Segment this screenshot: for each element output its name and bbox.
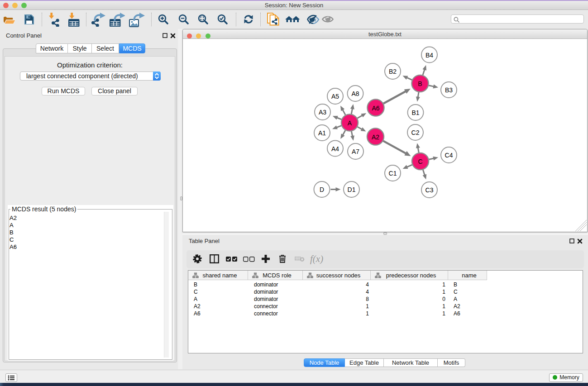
svg-text:A5: A5 xyxy=(331,93,339,100)
svg-text:C4: C4 xyxy=(445,152,453,159)
svg-text:A1: A1 xyxy=(318,129,326,137)
svg-text:B4: B4 xyxy=(425,52,433,59)
svg-text:B1: B1 xyxy=(411,109,419,116)
svg-text:A6: A6 xyxy=(372,105,379,112)
svg-text:D1: D1 xyxy=(348,186,356,193)
svg-text:A8: A8 xyxy=(351,90,359,97)
svg-text:C1: C1 xyxy=(389,170,397,177)
svg-text:A4: A4 xyxy=(331,145,339,152)
svg-text:C: C xyxy=(418,158,422,165)
svg-text:A3: A3 xyxy=(319,109,326,116)
svg-text:B2: B2 xyxy=(389,68,397,75)
svg-text:A2: A2 xyxy=(372,133,379,141)
svg-text:C2: C2 xyxy=(411,129,420,136)
svg-text:A7: A7 xyxy=(352,148,359,155)
svg-text:B3: B3 xyxy=(445,86,453,94)
svg-text:C3: C3 xyxy=(425,186,434,194)
svg-text:A: A xyxy=(348,119,352,127)
svg-text:D: D xyxy=(320,186,324,193)
svg-text:B: B xyxy=(418,80,422,87)
